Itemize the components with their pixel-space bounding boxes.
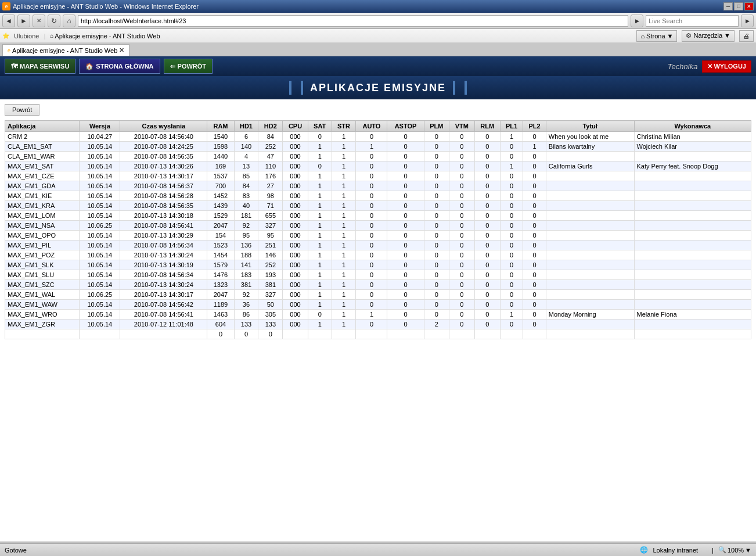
table-cell: 10.05.14 [80,171,120,181]
powrot-button[interactable]: Powrót [5,104,39,116]
table-row: MAX_EM1_ZGR10.05.142010-07-12 11:01:4860… [5,320,751,329]
table-cell: 327 [258,221,283,231]
table-row: MAX_EM1_NSA10.06.252010-07-08 14:56:4120… [5,221,751,231]
forward-browser-button[interactable]: ► [17,15,30,27]
table-cell: 1 [332,260,356,270]
active-tab[interactable]: e Aplikacje emisyjne - ANT Studio Web ✕ [2,44,129,56]
table-cell: 0 [449,171,475,181]
table-cell: 85 [234,171,258,181]
narzedzia-button[interactable]: ⚙ Narzędzia ▼ [682,30,735,42]
table-cell: 1 [308,211,332,221]
table-cell: 1 [332,142,356,152]
table-cell: 0 [387,290,424,300]
table-cell: 0 [449,300,475,310]
fav-icon: ⌂ [50,33,53,39]
table-cell: 1 [332,211,356,221]
table-cell: 0 [424,260,449,270]
tab-close[interactable]: ✕ [119,46,124,54]
maximize-button[interactable]: □ [734,2,743,10]
table-cell: 1 [332,241,356,250]
table-cell: 0 [387,142,424,152]
col-tytul: Tytuł [546,121,634,132]
stop-button[interactable]: ✕ [33,15,45,27]
go-button[interactable]: ▶ [631,15,643,27]
table-cell: 0 [474,270,500,280]
window-controls[interactable]: ─ □ ✕ [723,2,754,10]
address-bar[interactable] [78,15,628,27]
table-cell [634,320,751,329]
table-cell: 140 [234,142,258,152]
table-cell: 0 [500,290,523,300]
table-cell: 0 [424,270,449,280]
table-cell: 0 [449,280,475,290]
table-cell: 0 [449,211,475,221]
table-cell: 1 [308,280,332,290]
table-row: CLA_EM1_WAR10.05.142010-07-08 14:56:3514… [5,152,751,162]
col-hd2: HD2 [258,121,283,132]
refresh-button[interactable]: ↻ [48,15,60,27]
table-cell: 2010-07-12 11:01:48 [120,320,207,329]
table-cell [634,270,751,280]
fav-item[interactable]: ⌂ Aplikacje emisyjne - ANT Studio Web [50,33,160,40]
table-cell [546,329,634,339]
table-cell: 0 [523,211,546,221]
table-cell: 0 [449,250,475,260]
table-cell: 1 [308,221,332,231]
browser-title-bar: e Aplikacje emisyjne - ANT Studio Web - … [0,0,756,13]
close-button[interactable]: ✕ [744,2,754,10]
map-serwisu-button[interactable]: 🗺 MAPA SERWISU [5,59,75,74]
table-cell: 0 [523,320,546,329]
left-decorator [289,81,303,95]
table-cell [80,329,120,339]
table-cell: 0 [474,211,500,221]
table-cell [5,329,80,339]
table-cell: 0 [424,221,449,231]
table-cell: 2010-07-08 14:56:41 [120,221,207,231]
search-go-button[interactable]: ▶ [741,15,754,27]
table-cell: 0 [356,162,387,171]
technika-label: Technika [668,62,698,71]
table-cell [546,300,634,310]
table-cell: 92 [234,221,258,231]
table-cell: Christina Milian [634,132,751,142]
table-cell [424,329,449,339]
print-button[interactable]: 🖨 [739,30,754,42]
table-cell [634,152,751,162]
table-cell: 0 [474,191,500,201]
table-cell: 1 [332,191,356,201]
table-cell: 95 [258,231,283,241]
table-cell [449,329,475,339]
table-cell: 10.05.14 [80,231,120,241]
table-cell: 1 [332,320,356,329]
home-browser-button[interactable]: ⌂ [63,15,75,27]
powrot-nav-button[interactable]: ⇐ POWRÓT [164,59,213,74]
table-row: MAX_EM1_PIL10.05.142010-07-08 14:56:3415… [5,241,751,250]
live-search-input[interactable] [646,15,739,27]
table-cell: CLA_EM1_SAT [5,142,80,152]
table-cell: 1 [332,231,356,241]
table-cell: 000 [283,162,308,171]
wyloguj-button[interactable]: ✕ WYLOGUJ [702,60,751,73]
table-cell: 0 [500,171,523,181]
table-cell [474,329,500,339]
strona-glowna-button[interactable]: 🏠 STRONA GŁÓWNA [79,59,160,74]
table-cell: 0 [308,162,332,171]
table-cell: 0 [356,132,387,142]
table-cell: 0 [387,221,424,231]
table-cell: 133 [258,320,283,329]
table-cell: 1 [500,132,523,142]
table-cell: 000 [283,320,308,329]
table-cell: 1579 [207,260,234,270]
table-cell: 1189 [207,300,234,310]
table-cell: 1 [308,142,332,152]
back-browser-button[interactable]: ◄ [2,15,15,27]
table-cell: 2010-07-13 14:30:26 [120,162,207,171]
table-cell: 000 [283,171,308,181]
table-cell: 2010-07-13 14:30:19 [120,260,207,270]
table-cell [120,329,207,339]
table-cell [387,329,424,339]
minimize-button[interactable]: ─ [723,2,733,10]
strona-button[interactable]: ⌂ Strona ▼ [636,30,677,42]
col-astop: ASTOP [387,121,424,132]
table-cell: 10.05.14 [80,270,120,280]
